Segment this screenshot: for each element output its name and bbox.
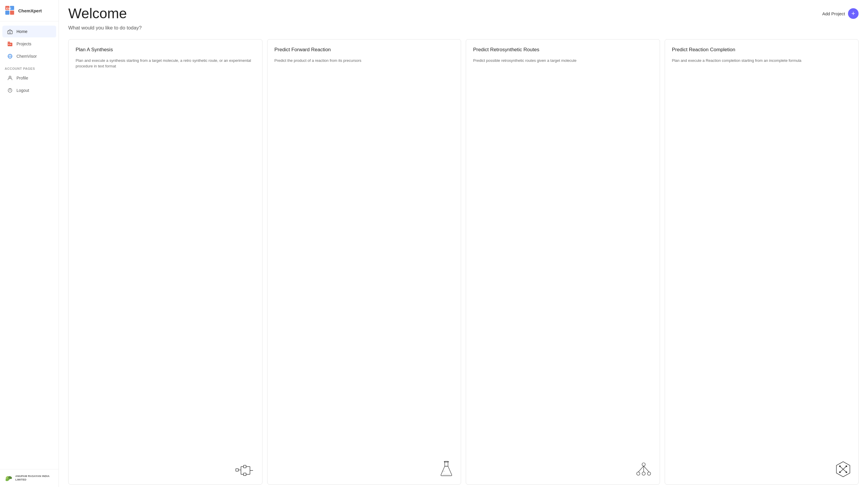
svg-line-39 bbox=[638, 466, 644, 472]
sidebar-item-home[interactable]: Home bbox=[2, 26, 56, 37]
page-subtitle: What would you like to do today? bbox=[59, 22, 868, 37]
svg-rect-6 bbox=[9, 32, 10, 34]
add-project-plus-icon: + bbox=[848, 8, 859, 19]
card-predict-completion-title: Predict Reaction Completion bbox=[672, 47, 851, 53]
main-content: Welcome Add Project + What would you lik… bbox=[59, 0, 868, 487]
reaction-completion-icon bbox=[672, 461, 851, 479]
svg-point-38 bbox=[647, 472, 651, 475]
flask-icon bbox=[275, 461, 454, 479]
logout-icon bbox=[7, 87, 13, 93]
add-project-button[interactable]: Add Project + bbox=[822, 8, 859, 19]
svg-rect-9 bbox=[8, 44, 9, 45]
card-predict-retrosynthetic[interactable]: Predict Retrosynthetic Routes Predict po… bbox=[466, 39, 660, 485]
card-plan-synthesis[interactable]: Plan A Synthesis Plan and execute a synt… bbox=[68, 39, 262, 485]
card-predict-forward-desc: Predict the product of a reaction from i… bbox=[275, 58, 454, 64]
card-predict-retrosynthetic-title: Predict Retrosynthetic Routes bbox=[473, 47, 653, 53]
card-predict-forward[interactable]: Predict Forward Reaction Predict the pro… bbox=[267, 39, 461, 485]
svg-point-37 bbox=[642, 472, 645, 475]
account-section-label: ACCOUNT PAGES bbox=[0, 64, 59, 71]
svg-point-47 bbox=[839, 471, 841, 473]
logout-label: Logout bbox=[17, 88, 29, 93]
svg-point-36 bbox=[637, 472, 640, 475]
sidebar-item-profile[interactable]: Profile bbox=[2, 72, 56, 84]
cards-grid: Plan A Synthesis Plan and execute a synt… bbox=[59, 37, 868, 487]
synthesis-icon bbox=[75, 464, 255, 479]
sidebar-nav: Home Projects C bbox=[0, 22, 59, 469]
svg-line-41 bbox=[644, 466, 649, 472]
exf-logo-icon: EXF bbox=[5, 5, 15, 16]
svg-point-35 bbox=[642, 463, 645, 466]
svg-rect-21 bbox=[243, 465, 246, 468]
card-plan-synthesis-title: Plan A Synthesis bbox=[75, 47, 255, 53]
chemvisor-icon bbox=[7, 53, 13, 59]
svg-rect-10 bbox=[10, 44, 11, 45]
page-title: Welcome bbox=[68, 6, 127, 22]
sidebar-item-chemvisor[interactable]: ChemVisor bbox=[2, 50, 56, 62]
svg-rect-22 bbox=[243, 473, 246, 476]
main-header: Welcome Add Project + bbox=[59, 0, 868, 22]
svg-point-48 bbox=[846, 471, 847, 473]
home-icon bbox=[7, 29, 13, 34]
svg-rect-3 bbox=[10, 10, 14, 15]
card-plan-synthesis-desc: Plan and execute a synthesis starting fr… bbox=[75, 58, 255, 69]
company-leaf-icon bbox=[5, 474, 13, 482]
svg-point-16 bbox=[10, 90, 10, 91]
sidebar-item-projects[interactable]: Projects bbox=[2, 38, 56, 50]
svg-rect-8 bbox=[8, 41, 10, 43]
projects-label: Projects bbox=[17, 41, 31, 46]
projects-icon bbox=[7, 41, 13, 47]
svg-point-46 bbox=[846, 465, 847, 467]
home-label: Home bbox=[17, 29, 27, 34]
company-logo: ANUPAM RASAYAN INDIA LIMITED bbox=[5, 474, 54, 482]
company-name: ANUPAM RASAYAN INDIA LIMITED bbox=[15, 475, 54, 481]
add-project-label: Add Project bbox=[822, 11, 845, 16]
svg-text:EXF: EXF bbox=[6, 7, 11, 10]
sidebar-footer: ANUPAM RASAYAN INDIA LIMITED bbox=[0, 469, 59, 487]
svg-rect-20 bbox=[236, 469, 238, 471]
molecule-icon bbox=[473, 462, 653, 479]
sidebar: EXF ChemXpert Home bbox=[0, 0, 59, 487]
svg-point-45 bbox=[839, 465, 841, 467]
card-predict-retrosynthetic-desc: Predict possible retrosynthetic routes g… bbox=[473, 58, 653, 64]
logo-area: EXF ChemXpert bbox=[0, 0, 59, 22]
sidebar-item-logout[interactable]: Logout bbox=[2, 85, 56, 96]
card-predict-completion-desc: Plan and execute a Reaction completion s… bbox=[672, 58, 851, 64]
card-predict-completion[interactable]: Predict Reaction Completion Plan and exe… bbox=[665, 39, 859, 485]
profile-icon bbox=[7, 75, 13, 81]
chemvisor-label: ChemVisor bbox=[17, 54, 37, 59]
profile-label: Profile bbox=[17, 76, 28, 80]
svg-rect-2 bbox=[5, 10, 9, 15]
card-predict-forward-title: Predict Forward Reaction bbox=[275, 47, 454, 53]
app-name: ChemXpert bbox=[18, 8, 42, 13]
